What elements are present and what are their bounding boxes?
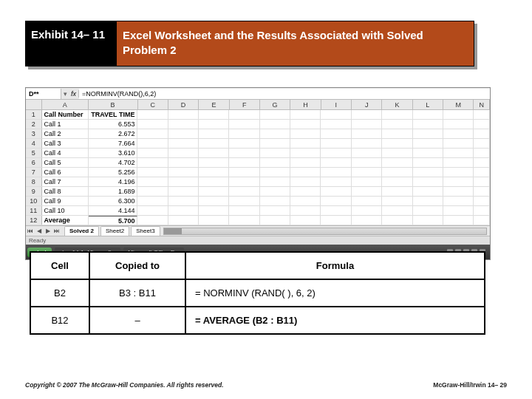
column-headers: A B C D E F G H I J K L M N xyxy=(26,100,490,110)
cell-empty xyxy=(382,197,412,205)
cell-empty xyxy=(443,197,474,205)
cell-empty xyxy=(474,187,490,196)
cell-empty xyxy=(199,197,229,205)
td-formula: = AVERAGE (B2 : B11) xyxy=(185,307,485,334)
cell-empty xyxy=(168,149,199,157)
col-header-e: E xyxy=(199,100,229,109)
cell-b: 5.256 xyxy=(89,168,138,177)
cell-empty xyxy=(352,120,382,129)
cell-empty xyxy=(260,129,290,138)
cell-empty xyxy=(321,177,351,186)
row-header: 3 xyxy=(26,129,42,138)
col-header-m: M xyxy=(443,100,474,109)
cell-empty xyxy=(199,177,229,186)
cell-empty xyxy=(290,110,321,119)
table-row: 5Call 43.610 xyxy=(26,149,490,158)
cell-empty xyxy=(382,120,412,129)
fx-icon: fx xyxy=(69,90,79,98)
th-copied: Copied to xyxy=(89,252,185,279)
cell-empty xyxy=(290,168,321,177)
cell-empty xyxy=(443,206,474,215)
formula-table: Cell Copied to Formula B2 B3 : B11 = NOR… xyxy=(30,251,485,335)
cell-empty xyxy=(168,139,199,148)
cell-empty xyxy=(382,139,412,148)
cell-empty xyxy=(352,177,382,186)
cell-empty xyxy=(352,110,382,119)
cell-empty xyxy=(168,158,199,167)
cell-a: Call 2 xyxy=(42,129,89,138)
table-row: 9Call 81.689 xyxy=(26,187,490,197)
table-row: 12Average5.700 xyxy=(26,216,490,225)
sheet-tab-active: Solved 2 xyxy=(64,226,99,236)
cell-empty xyxy=(290,197,321,205)
cell-a: Call 7 xyxy=(42,177,89,186)
cell-empty xyxy=(443,158,474,167)
table-row: 4Call 37.664 xyxy=(26,139,490,149)
cell-empty xyxy=(199,110,229,119)
col-header-c: C xyxy=(138,100,168,109)
cell-empty xyxy=(229,177,259,186)
cell-empty xyxy=(321,216,351,225)
cell-empty xyxy=(168,110,199,119)
td-copied: B3 : B11 xyxy=(89,279,185,307)
cell-empty xyxy=(474,110,490,119)
row-header: 2 xyxy=(26,120,42,129)
name-box: D** xyxy=(26,89,61,99)
cell-b: 6.300 xyxy=(89,197,138,205)
cell-b: 7.664 xyxy=(89,139,138,148)
cell-empty xyxy=(229,139,259,148)
status-bar: Ready xyxy=(26,236,490,245)
cell-empty xyxy=(352,139,382,148)
formula-input: =NORMINV(RAND(),6,2) xyxy=(79,89,490,99)
cell-empty xyxy=(382,206,412,215)
cell-b: 4.702 xyxy=(89,158,138,167)
cell-empty xyxy=(290,129,321,138)
cell-empty xyxy=(474,216,490,225)
sheet-tabs: ⏮ ◀ ▶ ⏭ Solved 2 Sheet2 Sheet3 xyxy=(26,225,490,236)
cell-empty xyxy=(443,129,474,138)
cell-empty xyxy=(137,120,168,129)
sheet-tab-2: Sheet2 xyxy=(100,226,129,236)
cell-a: Call 10 xyxy=(42,206,89,215)
cell-empty xyxy=(352,129,382,138)
cell-empty xyxy=(382,187,412,196)
cell-empty xyxy=(168,187,199,196)
cell-empty xyxy=(137,158,168,167)
cell-empty xyxy=(199,168,229,177)
cell-empty xyxy=(474,139,490,148)
cell-empty xyxy=(137,187,168,196)
cell-empty xyxy=(229,129,259,138)
row-header: 10 xyxy=(26,197,42,205)
cell-a: Average xyxy=(42,216,89,225)
cell-empty xyxy=(290,120,321,129)
td-copied: – xyxy=(89,307,185,334)
cell-empty xyxy=(413,158,443,167)
cell-empty xyxy=(137,177,168,186)
cell-empty xyxy=(321,110,351,119)
tab-nav-prev-icon: ◀ xyxy=(35,228,44,234)
td-cell: B2 xyxy=(30,279,89,307)
cell-empty xyxy=(321,168,351,177)
page-number: McGraw-Hill/Irwin 14– 29 xyxy=(433,381,507,389)
col-header-k: K xyxy=(382,100,412,109)
cell-empty xyxy=(474,168,490,177)
cell-empty xyxy=(168,120,199,129)
cell-empty xyxy=(229,158,259,167)
cell-empty xyxy=(352,206,382,215)
col-header-b: B xyxy=(89,100,138,109)
cell-empty xyxy=(352,197,382,205)
cell-empty xyxy=(413,149,443,157)
row-header: 12 xyxy=(26,216,42,225)
cell-empty xyxy=(229,120,259,129)
cell-empty xyxy=(474,149,490,157)
cell-b: 4.196 xyxy=(89,177,138,186)
row-header: 1 xyxy=(26,110,42,119)
cell-empty xyxy=(168,206,199,215)
row-header: 8 xyxy=(26,177,42,186)
cell-empty xyxy=(474,197,490,205)
sheet-tab-3: Sheet3 xyxy=(131,226,160,236)
cell-empty xyxy=(229,110,259,119)
cell-empty xyxy=(413,129,443,138)
cell-empty xyxy=(229,206,259,215)
cell-empty xyxy=(321,158,351,167)
